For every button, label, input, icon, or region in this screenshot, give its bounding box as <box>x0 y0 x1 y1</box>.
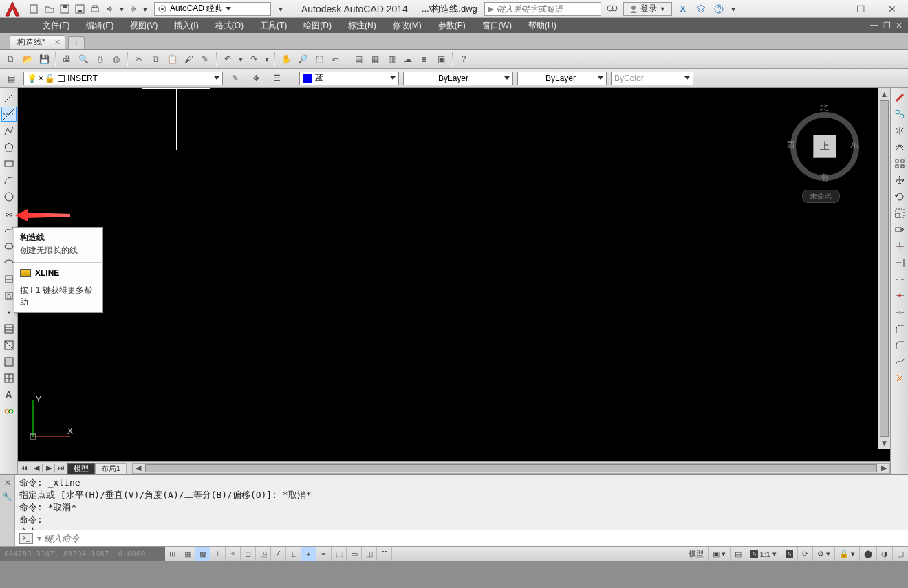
polygon-tool-icon[interactable] <box>1 140 17 155</box>
model-tab[interactable]: 模型 <box>67 463 95 474</box>
signin-button[interactable]: 登录 ▼ <box>623 2 672 16</box>
infocenter-search-icon[interactable] <box>605 2 619 16</box>
sb-lwt-icon[interactable]: ≡ <box>316 547 332 561</box>
workspace-dropdown[interactable]: AutoCAD 经典 <box>154 2 271 16</box>
explode-tool-icon[interactable] <box>892 371 907 386</box>
mtext-tool-icon[interactable]: A <box>1 387 17 402</box>
exchange-icon[interactable]: X <box>676 2 690 16</box>
offset-tool-icon[interactable] <box>892 140 907 155</box>
command-prompt-icon[interactable]: >_ <box>19 533 33 544</box>
new-tab-button[interactable]: + <box>68 36 85 49</box>
tb-blockeditor-icon[interactable]: ✎ <box>197 52 213 67</box>
sb-grid-icon[interactable]: ▩ <box>195 547 210 561</box>
qat-more-icon[interactable]: ▾ <box>274 2 288 16</box>
qat-open-icon[interactable] <box>43 2 56 16</box>
linetype-dropdown[interactable]: ByLayer <box>403 72 513 85</box>
rectangle-tool-icon[interactable] <box>1 156 17 171</box>
sb-am-icon[interactable]: ☷ <box>377 547 392 561</box>
tb-redo-icon[interactable]: ↷ <box>246 52 261 67</box>
sb-ducs-icon[interactable]: L <box>286 547 301 561</box>
viewcube-ucs-name[interactable]: 未命名 <box>802 190 840 203</box>
chamfer-tool-icon[interactable] <box>892 321 907 336</box>
array-tool-icon[interactable] <box>892 156 907 171</box>
help-search-box[interactable]: ▶ <box>484 2 601 16</box>
layer-prev-icon[interactable]: ✎ <box>228 71 243 86</box>
tb-new-icon[interactable]: 🗋 <box>3 52 19 67</box>
hscroll-right-icon[interactable]: ▶ <box>878 464 889 473</box>
layer-manager-icon[interactable]: ▤ <box>3 71 19 86</box>
help-icon[interactable]: ? <box>712 2 726 16</box>
layer-state-icon[interactable]: ☰ <box>269 71 284 86</box>
app-menu-button[interactable] <box>0 0 25 18</box>
tb-print-icon[interactable]: 🖶 <box>59 52 74 67</box>
color-dropdown[interactable]: 蓝 <box>299 72 399 85</box>
rotate-tool-icon[interactable] <box>892 189 907 204</box>
qat-saveas-icon[interactable] <box>73 2 87 16</box>
mirror-tool-icon[interactable] <box>892 123 907 138</box>
tb-zoomrt-icon[interactable]: 🔎 <box>295 52 310 67</box>
tb-zoomwin-icon[interactable]: ⬚ <box>312 52 327 67</box>
menu-file[interactable]: 文件(F) <box>34 18 78 33</box>
sb-infer-icon[interactable]: ⊞ <box>165 547 180 561</box>
qat-redo-icon[interactable] <box>127 2 140 16</box>
copy-tool-icon[interactable] <box>892 107 907 122</box>
layer-dropdown[interactable]: 💡 ☀ 🔓 INSERT <box>23 72 223 85</box>
sb-3dosnap-icon[interactable]: ◳ <box>256 547 271 561</box>
tb-undo-icon[interactable]: ↶ <box>220 52 235 67</box>
table-tool-icon[interactable] <box>1 371 17 386</box>
qat-print-icon[interactable] <box>88 2 102 16</box>
circle-tool-icon[interactable] <box>1 189 17 204</box>
polyline-tool-icon[interactable] <box>1 123 17 138</box>
tb-zoomprev-icon[interactable]: ⤺ <box>328 52 343 67</box>
layout1-tab[interactable]: 布局1 <box>95 463 127 474</box>
layout-prev-icon[interactable]: ◀ <box>30 464 43 472</box>
a360-icon[interactable] <box>694 2 708 16</box>
sb-dyn-icon[interactable]: + <box>301 547 316 561</box>
menu-window[interactable]: 窗口(W) <box>474 18 520 33</box>
qat-undo-icon[interactable] <box>103 2 117 16</box>
tb-preview-icon[interactable]: 🔍 <box>76 52 91 67</box>
minimize-button[interactable]: — <box>813 0 845 18</box>
trim-tool-icon[interactable] <box>892 239 907 254</box>
sb-ortho-icon[interactable]: ⊥ <box>210 547 226 561</box>
layout-first-icon[interactable]: ⏮ <box>18 464 30 472</box>
sb-cleanscreen-icon[interactable]: ▢ <box>892 547 908 561</box>
sb-ws-icon[interactable]: ⚙ ▾ <box>812 547 834 561</box>
horizontal-scrollbar[interactable]: ◀ ▶ <box>132 463 890 474</box>
sb-annovis-icon[interactable]: 🅰 <box>781 547 797 561</box>
cmd-settings-icon[interactable]: 🔧 <box>2 492 12 501</box>
menu-param[interactable]: 参数(P) <box>430 18 474 33</box>
menu-edit[interactable]: 编辑(E) <box>78 18 122 33</box>
sb-annoscale-icon[interactable]: 🅰 1:1 ▾ <box>746 547 781 561</box>
lineweight-dropdown[interactable]: ByLayer <box>517 72 607 85</box>
tb-match-icon[interactable]: 🖌 <box>181 52 196 67</box>
sb-toolbar-lock-icon[interactable]: 🔒 ▾ <box>834 547 859 561</box>
tb-markup-icon[interactable]: ☁ <box>400 52 415 67</box>
layout-next-icon[interactable]: ▶ <box>43 464 55 472</box>
cmd-close-icon[interactable]: ✕ <box>4 478 11 488</box>
region-tool-icon[interactable] <box>1 354 17 369</box>
sb-osnap-icon[interactable]: ◻ <box>241 547 256 561</box>
sb-hardware-icon[interactable]: ⬤ <box>859 547 876 561</box>
menu-tools[interactable]: 工具(T) <box>252 18 295 33</box>
xline-tool-icon[interactable] <box>1 107 17 122</box>
sb-otrack-icon[interactable]: ∠ <box>271 547 286 561</box>
tb-quickcalc-icon[interactable]: 🖩 <box>417 52 432 67</box>
drawing-area[interactable]: Y X 上 北 南 西 东 未命名 ▲ ▼ <box>18 88 890 474</box>
join-tool-icon[interactable] <box>892 305 907 320</box>
scale-tool-icon[interactable] <box>892 206 907 221</box>
maximize-button[interactable]: ☐ <box>845 0 876 18</box>
tb-redo-dd[interactable]: ▾ <box>263 52 271 67</box>
breakat-tool-icon[interactable] <box>892 288 907 303</box>
viewcube-west[interactable]: 西 <box>787 139 795 151</box>
tab-close-icon[interactable]: ✕ <box>54 38 61 47</box>
tb-3dprint-icon[interactable]: ◍ <box>109 52 124 67</box>
menu-format[interactable]: 格式(O) <box>207 18 252 33</box>
erase-tool-icon[interactable] <box>892 90 907 105</box>
viewcube-east[interactable]: 东 <box>850 139 858 151</box>
mdi-close[interactable]: ✕ <box>893 21 905 30</box>
viewcube-north[interactable]: 北 <box>820 102 828 113</box>
addselected-tool-icon[interactable] <box>1 404 17 419</box>
sb-isolate-icon[interactable]: ◑ <box>876 547 892 561</box>
sb-layout-nav-icon[interactable]: ▣ ▾ <box>708 547 730 561</box>
